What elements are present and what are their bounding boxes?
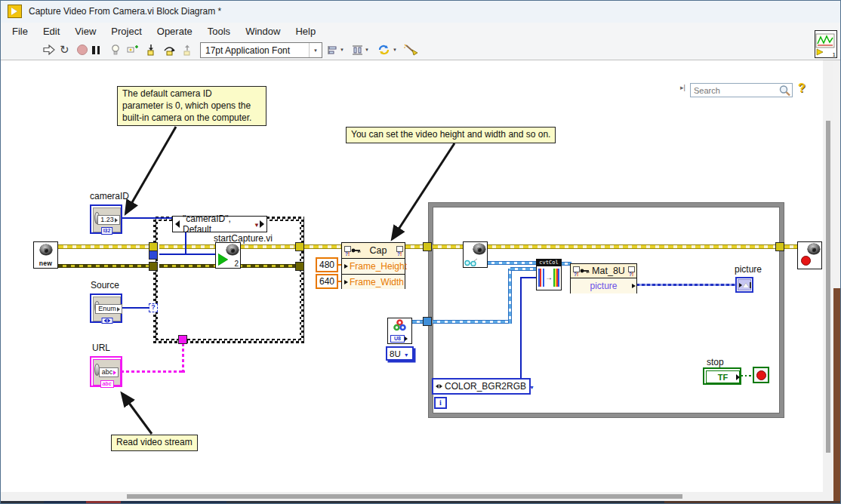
resize-objects-icon[interactable] bbox=[377, 42, 397, 57]
mat-wire[interactable] bbox=[508, 269, 512, 324]
picture-indicator[interactable] bbox=[735, 277, 753, 293]
depth-enum-constant[interactable]: 8U bbox=[386, 346, 414, 361]
menu-view[interactable]: View bbox=[67, 24, 103, 38]
chevron-down-icon[interactable] bbox=[526, 382, 534, 391]
width-constant[interactable]: 640 bbox=[316, 274, 338, 289]
toolbar-overflow-icon[interactable]: ▸| bbox=[680, 84, 685, 91]
highlight-execution-icon[interactable] bbox=[110, 42, 121, 57]
search-box[interactable] bbox=[690, 83, 793, 97]
loop-tunnel-camera-right[interactable] bbox=[775, 242, 784, 251]
frame-height-row[interactable]: Frame_Height bbox=[342, 259, 405, 274]
mat-create-node[interactable]: U8 bbox=[387, 318, 412, 344]
picture-indicator-label[interactable]: picture bbox=[735, 264, 762, 275]
align-objects-icon[interactable] bbox=[327, 42, 344, 57]
url-wire[interactable] bbox=[182, 343, 184, 373]
search-icon[interactable] bbox=[778, 85, 791, 97]
comment-camera-id[interactable]: The default camera ID parameter is 0, wh… bbox=[117, 86, 266, 126]
distribute-objects-icon[interactable] bbox=[352, 42, 369, 57]
camera-ref-wire[interactable] bbox=[304, 244, 343, 249]
font-selector[interactable]: 17pt Application Font bbox=[200, 42, 322, 58]
camera-id-wire[interactable] bbox=[159, 254, 217, 255]
camera-ref-wire[interactable] bbox=[159, 244, 217, 249]
comment-video-settings[interactable]: You can set the video height and width a… bbox=[346, 127, 556, 143]
menu-help[interactable]: Help bbox=[288, 24, 323, 38]
color-code-wire[interactable] bbox=[520, 277, 537, 278]
stop-label[interactable]: stop bbox=[707, 357, 724, 367]
chevron-down-icon[interactable] bbox=[401, 349, 409, 358]
source-value[interactable]: Enum bbox=[95, 304, 122, 314]
horizontal-scrollbar-thumb[interactable] bbox=[127, 494, 682, 499]
camera-ref-wire[interactable] bbox=[487, 244, 778, 249]
menu-project[interactable]: Project bbox=[103, 24, 149, 38]
help-icon[interactable]: ? bbox=[798, 81, 806, 95]
cap-property-node[interactable]: ?! Cap ?! Frame_Height Frame_Width bbox=[341, 242, 405, 289]
error-wire[interactable] bbox=[58, 264, 153, 268]
camera-ref-wire[interactable] bbox=[433, 244, 465, 249]
case-tunnel-error-right[interactable] bbox=[295, 262, 304, 271]
camera-ref-wire[interactable] bbox=[58, 244, 153, 249]
loop-tunnel-camera-left[interactable] bbox=[423, 242, 432, 251]
color-enum-constant[interactable]: COLOR_BGR2RGB bbox=[432, 378, 531, 395]
camera-release-node[interactable] bbox=[797, 241, 822, 269]
url-value[interactable]: abc bbox=[99, 367, 119, 377]
menu-tools[interactable]: Tools bbox=[200, 24, 238, 38]
chevron-down-icon[interactable] bbox=[309, 43, 322, 57]
step-over-icon[interactable] bbox=[163, 42, 176, 57]
url-control[interactable]: abc abc bbox=[90, 356, 122, 387]
case-selector[interactable]: "cameraID", Default bbox=[172, 216, 267, 232]
abort-icon[interactable] bbox=[77, 42, 88, 57]
run-icon[interactable] bbox=[43, 42, 55, 57]
cleanup-diagram-icon[interactable] bbox=[403, 42, 418, 57]
iteration-terminal[interactable]: i bbox=[434, 397, 447, 409]
url-label[interactable]: URL bbox=[92, 343, 110, 353]
stop-control[interactable]: TF bbox=[703, 367, 741, 385]
menu-window[interactable]: Window bbox=[238, 24, 288, 38]
search-input[interactable] bbox=[691, 85, 777, 96]
camera-ref-wire[interactable] bbox=[784, 244, 798, 249]
case-tunnel-error-left[interactable] bbox=[149, 262, 158, 271]
retain-wire-values-icon[interactable] bbox=[127, 42, 140, 57]
case-previous-icon[interactable] bbox=[175, 220, 180, 228]
vertical-scrollbar-thumb[interactable] bbox=[826, 121, 830, 453]
mat-wire[interactable] bbox=[510, 267, 538, 271]
picture-property-row[interactable]: picture bbox=[571, 278, 636, 293]
mat-wire[interactable] bbox=[487, 261, 538, 265]
comment-read-stream[interactable]: Read video stream bbox=[111, 435, 198, 451]
case-dropdown-icon[interactable] bbox=[249, 219, 260, 229]
case-tunnel-camera-right[interactable] bbox=[295, 242, 304, 251]
step-into-icon[interactable] bbox=[145, 42, 157, 57]
case-tunnel-cameraid[interactable] bbox=[149, 250, 158, 260]
camera-new-node[interactable]: new bbox=[33, 241, 58, 269]
camera-id-label[interactable]: cameraID bbox=[90, 191, 129, 201]
menu-edit[interactable]: Edit bbox=[35, 24, 67, 38]
pause-icon[interactable] bbox=[92, 42, 100, 57]
stop-wire[interactable] bbox=[741, 375, 753, 376]
camera-id-value[interactable]: 1.23 bbox=[97, 215, 120, 225]
loop-condition-terminal[interactable] bbox=[753, 367, 769, 383]
height-constant[interactable]: 480 bbox=[316, 257, 338, 272]
loop-tunnel-mat[interactable] bbox=[423, 317, 432, 326]
source-label[interactable]: Source bbox=[91, 280, 119, 290]
picture-wire[interactable] bbox=[636, 284, 736, 286]
color-code-wire[interactable] bbox=[520, 278, 522, 379]
menu-operate[interactable]: Operate bbox=[149, 24, 200, 38]
start-capture-node[interactable]: 2 bbox=[215, 242, 241, 269]
vi-icon[interactable]: 1 bbox=[815, 30, 837, 58]
url-wire[interactable] bbox=[121, 370, 185, 373]
case-next-icon[interactable] bbox=[260, 220, 264, 228]
frame-width-row[interactable]: Frame_Width bbox=[342, 274, 405, 289]
case-selector-label[interactable]: "cameraID", Default bbox=[183, 214, 249, 235]
source-control[interactable]: Enum bbox=[90, 293, 122, 323]
step-out-icon[interactable] bbox=[181, 42, 193, 57]
cvt-color-node[interactable]: cvtCol → bbox=[536, 259, 562, 290]
mat-8u-property-node[interactable]: ?! Mat_8U ?! picture bbox=[570, 263, 637, 293]
menu-file[interactable]: File bbox=[5, 24, 35, 38]
camera-id-control[interactable]: 1.23 I32 bbox=[90, 204, 122, 234]
camera-read-node[interactable] bbox=[463, 241, 488, 268]
unwired-tunnel[interactable]: ? bbox=[149, 303, 158, 312]
source-wire[interactable] bbox=[122, 307, 150, 309]
camera-ref-wire[interactable] bbox=[239, 244, 297, 249]
case-tunnel-url[interactable] bbox=[178, 335, 187, 344]
mat-wire[interactable] bbox=[433, 320, 512, 324]
run-continuously-icon[interactable]: ↻ bbox=[60, 42, 69, 57]
